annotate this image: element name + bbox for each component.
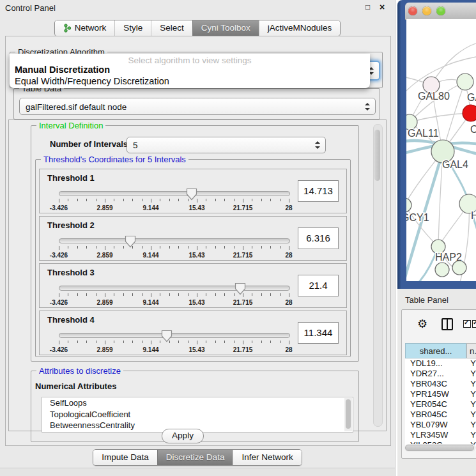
tab-label: Style	[123, 20, 142, 36]
table-horizontal-scrollbar[interactable]	[404, 444, 476, 452]
network-node-label: GA	[467, 92, 476, 103]
network-node[interactable]	[452, 261, 466, 275]
top-tab-group: NetworkStyleSelectCyni ToolboxjActiveMNo…	[54, 20, 341, 36]
attribute-item-selfloops[interactable]: SelfLoops	[42, 397, 353, 409]
scrollbar-thumb[interactable]	[405, 445, 474, 451]
slider-tick	[59, 293, 59, 297]
slider-tick	[188, 341, 188, 343]
threshold-slider[interactable]: -3.4262.8599.14415.4321.71528	[59, 186, 289, 211]
close-window-button[interactable]	[408, 6, 417, 15]
close-panel-icon[interactable]: ×	[380, 2, 385, 12]
table-row[interactable]: YDR27...YDR27...	[405, 369, 476, 379]
network-edge[interactable]	[406, 205, 438, 247]
tab-infer-network[interactable]: Infer Network	[233, 450, 301, 465]
network-node-ga[interactable]	[457, 73, 473, 90]
slider-tick	[261, 199, 262, 201]
settings-vertical-scrollbar[interactable]	[373, 124, 383, 427]
slider-tick	[234, 341, 234, 343]
float-window-icon[interactable]: □	[365, 3, 370, 12]
threshold-slider[interactable]: -3.4262.8599.14415.4321.71528	[59, 233, 289, 259]
number-of-intervals-combobox[interactable]: 5	[127, 137, 326, 153]
slider-thumb[interactable]	[161, 330, 173, 342]
table-row[interactable]: YBL079WYBL079W	[405, 420, 476, 430]
split-view-icon[interactable]	[441, 318, 453, 330]
slider-tick-label: 9.144	[142, 299, 158, 306]
table-row[interactable]: YBR043CYBR043C	[405, 379, 476, 389]
table-row[interactable]: YBR045CYBR045C	[405, 410, 476, 420]
network-node-label: GAL4	[442, 159, 468, 170]
slider-track[interactable]	[59, 238, 290, 243]
tab-style[interactable]: Style	[114, 20, 151, 36]
control-panel-title: Control Panel	[5, 3, 56, 13]
gear-icon[interactable]: ⚙	[417, 317, 427, 331]
checkbox-checked-icon[interactable]	[463, 320, 471, 328]
network-node[interactable]	[435, 263, 449, 277]
slider-tick	[105, 199, 105, 203]
threshold-value-field[interactable]: 11.344	[298, 322, 339, 344]
table-toolbar: ⚙	[402, 316, 476, 333]
threshold-slider[interactable]: -3.4262.8599.14415.4321.71528	[59, 280, 289, 306]
slider-tick	[243, 341, 243, 344]
tab-impute-data[interactable]: Impute Data	[93, 450, 157, 465]
minimize-window-button[interactable]	[422, 6, 431, 15]
slider-tick	[224, 341, 225, 343]
slider-tick	[123, 293, 124, 296]
tab-network[interactable]: Network	[55, 20, 115, 36]
table-row[interactable]: YDL19...YDL19...	[405, 358, 476, 369]
thresholds-group: Threshold's Coordinates for 5 Intervals …	[35, 159, 351, 357]
table-row[interactable]: YLR345WYLR345W	[405, 430, 476, 440]
network-node-gcy1[interactable]	[406, 198, 411, 212]
dropdown-option-manual-discretization[interactable]: Manual Discretization	[15, 65, 110, 75]
list-vertical-scrollbar[interactable]	[344, 398, 352, 431]
slider-thumb[interactable]	[234, 282, 246, 295]
network-node-c[interactable]	[463, 105, 476, 121]
apply-button[interactable]: Apply	[162, 429, 204, 443]
slider-tick	[59, 199, 59, 203]
attributes-group-title: Attributes to discretize	[36, 366, 123, 376]
slider-tick	[234, 199, 234, 201]
threshold-value-field[interactable]: 6.316	[298, 227, 339, 249]
threshold-value-field[interactable]: 21.4	[298, 275, 339, 296]
slider-tick	[188, 293, 188, 296]
slider-tick	[132, 341, 133, 343]
network-canvas[interactable]: GAL80GACGAL11GAL4GCY1HHAP2	[406, 19, 476, 281]
checkbox-checked-icon[interactable]	[472, 320, 476, 328]
slider-thumb[interactable]	[186, 188, 197, 201]
table-cell-name: YPR145W	[464, 389, 476, 399]
slider-track[interactable]	[59, 333, 290, 338]
tab-select[interactable]: Select	[151, 20, 192, 36]
slider-tick	[142, 246, 142, 249]
table-column-header-shared-[interactable]: shared...	[405, 343, 466, 358]
tab-jactivemnodules[interactable]: jActiveMNodules	[259, 20, 341, 36]
table-data-combobox[interactable]: galFiltered.sif default node	[19, 98, 376, 115]
slider-track[interactable]	[59, 191, 290, 196]
slider-track[interactable]	[59, 286, 290, 291]
slider-thumb[interactable]	[125, 235, 136, 248]
table-cell-shared-name: YLR345W	[405, 430, 464, 440]
app-root: Control Panel □ × NetworkStyleSelectCyni…	[0, 0, 476, 476]
combo-arrows-icon	[364, 103, 370, 111]
table-cell-name: YBR043C	[464, 379, 476, 389]
table-column-header-n-[interactable]: n...	[466, 343, 476, 358]
threshold-slider[interactable]: -3.4262.8599.14415.4321.71528	[59, 328, 289, 353]
attribute-item-topologicalcoefficient[interactable]: TopologicalCoefficient	[42, 409, 353, 420]
slider-tick	[132, 293, 133, 296]
tab-cyni-toolbox[interactable]: Cyni Toolbox	[192, 20, 259, 36]
dropdown-option-equal-width-frequency-discretization[interactable]: Equal Width/Frequency Discretization	[15, 76, 169, 86]
slider-tick	[96, 293, 96, 296]
slider-tick	[280, 199, 280, 201]
tab-discretize-data[interactable]: Discretize Data	[157, 450, 233, 465]
threshold-value-field[interactable]: 14.713	[298, 180, 339, 202]
numerical-attributes-label: Numerical Attributes	[35, 381, 116, 391]
table-row[interactable]: YER054CYER054C	[405, 399, 476, 410]
table-row[interactable]: YPR145WYPR145W	[405, 389, 476, 399]
slider-tick	[68, 293, 68, 296]
scrollbar-thumb[interactable]	[374, 130, 380, 181]
slider-tick	[77, 293, 78, 296]
network-edge[interactable]	[410, 113, 471, 122]
threshold-label: Threshold 3	[47, 268, 95, 277]
zoom-window-button[interactable]	[436, 6, 445, 15]
scrollbar-thumb[interactable]	[346, 399, 351, 429]
numerical-attributes-list[interactable]: SelfLoopsTopologicalCoefficientBetweenne…	[42, 397, 353, 433]
slider-tick	[188, 246, 188, 249]
